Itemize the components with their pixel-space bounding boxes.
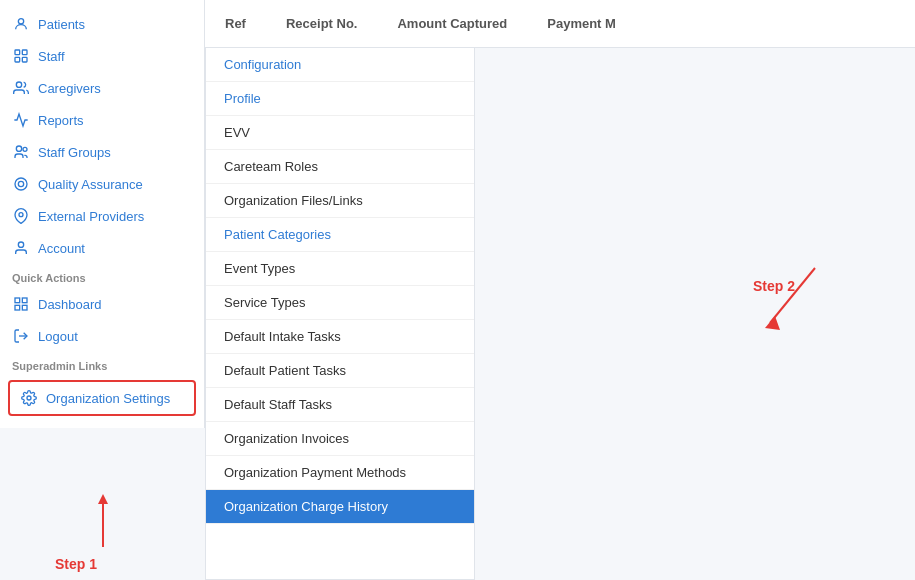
content-area: Step 2	[475, 48, 915, 580]
logout-icon	[12, 327, 30, 345]
gear-icon	[20, 389, 38, 407]
sidebar-item-external-providers[interactable]: External Providers	[0, 200, 204, 232]
quick-actions-label: Quick Actions	[0, 264, 204, 288]
caregivers-icon	[12, 79, 30, 97]
staff-groups-icon	[12, 143, 30, 161]
svg-point-0	[18, 19, 23, 24]
superadmin-org-settings[interactable]: Organization Settings	[8, 380, 196, 416]
svg-rect-15	[15, 305, 20, 310]
col-ref: Ref	[225, 16, 246, 31]
sidebar-item-account[interactable]: Account	[0, 232, 204, 264]
dropdown-item-event-types[interactable]: Event Types	[206, 252, 474, 286]
svg-point-10	[19, 213, 23, 217]
svg-rect-2	[22, 50, 27, 55]
sidebar-item-caregivers[interactable]: Caregivers	[0, 72, 204, 104]
svg-point-6	[16, 146, 21, 151]
sidebar-label-patients: Patients	[38, 17, 85, 32]
table-header: Ref Receipt No. Amount Captured Payment …	[205, 0, 915, 48]
person-icon	[12, 15, 30, 33]
sidebar-item-patients[interactable]: Patients	[0, 8, 204, 40]
svg-rect-3	[15, 57, 20, 62]
dropdown-item-profile[interactable]: Profile	[206, 82, 474, 116]
svg-marker-21	[765, 316, 780, 330]
dropdown-item-patient-categories[interactable]: Patient Categories	[206, 218, 474, 252]
dropdown-item-organization-files/links[interactable]: Organization Files/Links	[206, 184, 474, 218]
dropdown-area: ConfigurationProfileEVVCareteam RolesOrg…	[205, 48, 915, 580]
dropdown-item-default-staff-tasks[interactable]: Default Staff Tasks	[206, 388, 474, 422]
svg-point-7	[23, 147, 27, 151]
svg-rect-12	[15, 298, 20, 303]
svg-point-9	[18, 181, 23, 186]
sidebar-label-caregivers: Caregivers	[38, 81, 101, 96]
sidebar-item-staff[interactable]: Staff	[0, 40, 204, 72]
svg-rect-4	[22, 57, 27, 62]
col-payment: Payment M	[547, 16, 616, 31]
step1-arrow	[88, 492, 118, 552]
step1-label: Step 1	[55, 556, 97, 572]
sidebar-label-reports: Reports	[38, 113, 84, 128]
sidebar-label-external-providers: External Providers	[38, 209, 144, 224]
dropdown-item-evv[interactable]: EVV	[206, 116, 474, 150]
sidebar-label-staff-groups: Staff Groups	[38, 145, 111, 160]
dropdown-item-organization-invoices[interactable]: Organization Invoices	[206, 422, 474, 456]
dropdown-item-organization-payment-methods[interactable]: Organization Payment Methods	[206, 456, 474, 490]
quality-assurance-icon	[12, 175, 30, 193]
staff-icon	[12, 47, 30, 65]
sidebar-item-logout[interactable]: Logout	[0, 320, 204, 352]
svg-rect-13	[22, 298, 27, 303]
superadmin-org-settings-label: Organization Settings	[46, 391, 170, 406]
svg-point-8	[15, 178, 27, 190]
sidebar-label-account: Account	[38, 241, 85, 256]
main-content: Ref Receipt No. Amount Captured Payment …	[205, 0, 915, 580]
sidebar-item-reports[interactable]: Reports	[0, 104, 204, 136]
account-icon	[12, 239, 30, 257]
sidebar-label-staff: Staff	[38, 49, 65, 64]
svg-rect-1	[15, 50, 20, 55]
svg-line-20	[770, 268, 815, 323]
sidebar-item-dashboard[interactable]: Dashboard	[0, 288, 204, 320]
dropdown-item-default-patient-tasks[interactable]: Default Patient Tasks	[206, 354, 474, 388]
col-receipt: Receipt No.	[286, 16, 358, 31]
sidebar-label-dashboard: Dashboard	[38, 297, 102, 312]
dropdown-item-service-types[interactable]: Service Types	[206, 286, 474, 320]
settings-dropdown: ConfigurationProfileEVVCareteam RolesOrg…	[205, 48, 475, 580]
dropdown-item-default-intake-tasks[interactable]: Default Intake Tasks	[206, 320, 474, 354]
dropdown-item-configuration[interactable]: Configuration	[206, 48, 474, 82]
dropdown-item-careteam-roles[interactable]: Careteam Roles	[206, 150, 474, 184]
dropdown-item-organization-charge-history[interactable]: Organization Charge History	[206, 490, 474, 524]
sidebar-item-quality-assurance[interactable]: Quality Assurance	[0, 168, 204, 200]
svg-rect-14	[22, 305, 27, 310]
sidebar-label-quality-assurance: Quality Assurance	[38, 177, 143, 192]
reports-icon	[12, 111, 30, 129]
svg-point-5	[16, 82, 21, 87]
superadmin-label: Superadmin Links	[0, 352, 204, 376]
sidebar-item-staff-groups[interactable]: Staff Groups	[0, 136, 204, 168]
svg-point-17	[27, 396, 31, 400]
dashboard-icon	[12, 295, 30, 313]
sidebar-label-logout: Logout	[38, 329, 78, 344]
step2-arrow	[755, 258, 835, 338]
external-providers-icon	[12, 207, 30, 225]
svg-marker-19	[98, 494, 108, 504]
svg-point-11	[18, 242, 23, 247]
col-amount: Amount Captured	[397, 16, 507, 31]
